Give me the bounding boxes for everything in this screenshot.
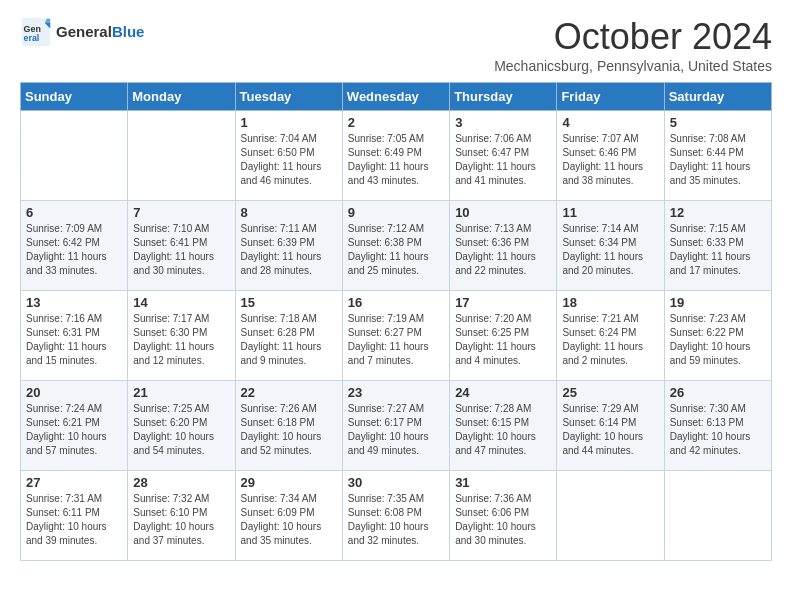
sunset-text: Sunset: 6:31 PM <box>26 327 100 338</box>
daylight-text: Daylight: 10 hours and 59 minutes. <box>670 341 751 366</box>
calendar-cell <box>664 471 771 561</box>
day-info: Sunrise: 7:18 AMSunset: 6:28 PMDaylight:… <box>241 312 337 368</box>
calendar-cell: 26Sunrise: 7:30 AMSunset: 6:13 PMDayligh… <box>664 381 771 471</box>
daylight-text: Daylight: 11 hours and 20 minutes. <box>562 251 643 276</box>
day-number: 13 <box>26 295 122 310</box>
day-number: 6 <box>26 205 122 220</box>
sunrise-text: Sunrise: 7:27 AM <box>348 403 424 414</box>
day-number: 26 <box>670 385 766 400</box>
day-info: Sunrise: 7:16 AMSunset: 6:31 PMDaylight:… <box>26 312 122 368</box>
daylight-text: Daylight: 11 hours and 9 minutes. <box>241 341 322 366</box>
day-number: 15 <box>241 295 337 310</box>
calendar-cell: 15Sunrise: 7:18 AMSunset: 6:28 PMDayligh… <box>235 291 342 381</box>
daylight-text: Daylight: 11 hours and 33 minutes. <box>26 251 107 276</box>
logo-icon: Gen eral <box>20 16 52 48</box>
day-number: 27 <box>26 475 122 490</box>
day-info: Sunrise: 7:06 AMSunset: 6:47 PMDaylight:… <box>455 132 551 188</box>
calendar-cell: 18Sunrise: 7:21 AMSunset: 6:24 PMDayligh… <box>557 291 664 381</box>
calendar-cell: 22Sunrise: 7:26 AMSunset: 6:18 PMDayligh… <box>235 381 342 471</box>
sunrise-text: Sunrise: 7:04 AM <box>241 133 317 144</box>
daylight-text: Daylight: 10 hours and 52 minutes. <box>241 431 322 456</box>
calendar-cell: 23Sunrise: 7:27 AMSunset: 6:17 PMDayligh… <box>342 381 449 471</box>
calendar-cell: 28Sunrise: 7:32 AMSunset: 6:10 PMDayligh… <box>128 471 235 561</box>
day-number: 20 <box>26 385 122 400</box>
sunrise-text: Sunrise: 7:13 AM <box>455 223 531 234</box>
day-number: 11 <box>562 205 658 220</box>
daylight-text: Daylight: 10 hours and 35 minutes. <box>241 521 322 546</box>
day-header-wednesday: Wednesday <box>342 83 449 111</box>
sunrise-text: Sunrise: 7:07 AM <box>562 133 638 144</box>
daylight-text: Daylight: 11 hours and 7 minutes. <box>348 341 429 366</box>
day-info: Sunrise: 7:19 AMSunset: 6:27 PMDaylight:… <box>348 312 444 368</box>
day-number: 28 <box>133 475 229 490</box>
sunrise-text: Sunrise: 7:26 AM <box>241 403 317 414</box>
calendar-cell: 30Sunrise: 7:35 AMSunset: 6:08 PMDayligh… <box>342 471 449 561</box>
calendar-cell: 29Sunrise: 7:34 AMSunset: 6:09 PMDayligh… <box>235 471 342 561</box>
calendar-cell: 5Sunrise: 7:08 AMSunset: 6:44 PMDaylight… <box>664 111 771 201</box>
daylight-text: Daylight: 10 hours and 57 minutes. <box>26 431 107 456</box>
sunrise-text: Sunrise: 7:24 AM <box>26 403 102 414</box>
sunrise-text: Sunrise: 7:08 AM <box>670 133 746 144</box>
day-info: Sunrise: 7:09 AMSunset: 6:42 PMDaylight:… <box>26 222 122 278</box>
day-info: Sunrise: 7:11 AMSunset: 6:39 PMDaylight:… <box>241 222 337 278</box>
sunset-text: Sunset: 6:09 PM <box>241 507 315 518</box>
daylight-text: Daylight: 11 hours and 46 minutes. <box>241 161 322 186</box>
day-number: 22 <box>241 385 337 400</box>
day-info: Sunrise: 7:17 AMSunset: 6:30 PMDaylight:… <box>133 312 229 368</box>
calendar-cell: 11Sunrise: 7:14 AMSunset: 6:34 PMDayligh… <box>557 201 664 291</box>
sunset-text: Sunset: 6:15 PM <box>455 417 529 428</box>
calendar-cell: 6Sunrise: 7:09 AMSunset: 6:42 PMDaylight… <box>21 201 128 291</box>
day-number: 2 <box>348 115 444 130</box>
sunset-text: Sunset: 6:06 PM <box>455 507 529 518</box>
sunrise-text: Sunrise: 7:17 AM <box>133 313 209 324</box>
day-info: Sunrise: 7:31 AMSunset: 6:11 PMDaylight:… <box>26 492 122 548</box>
calendar-cell <box>557 471 664 561</box>
logo-text: GeneralBlue <box>56 24 144 41</box>
calendar-week-2: 6Sunrise: 7:09 AMSunset: 6:42 PMDaylight… <box>21 201 772 291</box>
page-header: Gen eral GeneralBlue October 2024 Mechan… <box>20 16 772 74</box>
sunrise-text: Sunrise: 7:32 AM <box>133 493 209 504</box>
calendar-cell: 10Sunrise: 7:13 AMSunset: 6:36 PMDayligh… <box>450 201 557 291</box>
daylight-text: Daylight: 11 hours and 22 minutes. <box>455 251 536 276</box>
sunset-text: Sunset: 6:34 PM <box>562 237 636 248</box>
sunrise-text: Sunrise: 7:28 AM <box>455 403 531 414</box>
calendar-cell: 19Sunrise: 7:23 AMSunset: 6:22 PMDayligh… <box>664 291 771 381</box>
day-info: Sunrise: 7:24 AMSunset: 6:21 PMDaylight:… <box>26 402 122 458</box>
calendar-cell: 25Sunrise: 7:29 AMSunset: 6:14 PMDayligh… <box>557 381 664 471</box>
calendar-cell: 14Sunrise: 7:17 AMSunset: 6:30 PMDayligh… <box>128 291 235 381</box>
logo: Gen eral GeneralBlue <box>20 16 144 48</box>
sunrise-text: Sunrise: 7:18 AM <box>241 313 317 324</box>
month-title: October 2024 <box>494 16 772 58</box>
day-number: 25 <box>562 385 658 400</box>
day-number: 14 <box>133 295 229 310</box>
day-header-sunday: Sunday <box>21 83 128 111</box>
daylight-text: Daylight: 10 hours and 39 minutes. <box>26 521 107 546</box>
sunset-text: Sunset: 6:21 PM <box>26 417 100 428</box>
sunrise-text: Sunrise: 7:12 AM <box>348 223 424 234</box>
sunset-text: Sunset: 6:27 PM <box>348 327 422 338</box>
day-info: Sunrise: 7:36 AMSunset: 6:06 PMDaylight:… <box>455 492 551 548</box>
day-info: Sunrise: 7:12 AMSunset: 6:38 PMDaylight:… <box>348 222 444 278</box>
calendar-cell: 2Sunrise: 7:05 AMSunset: 6:49 PMDaylight… <box>342 111 449 201</box>
calendar-week-4: 20Sunrise: 7:24 AMSunset: 6:21 PMDayligh… <box>21 381 772 471</box>
day-number: 5 <box>670 115 766 130</box>
logo-general: General <box>56 23 112 40</box>
day-number: 9 <box>348 205 444 220</box>
sunrise-text: Sunrise: 7:25 AM <box>133 403 209 414</box>
day-header-tuesday: Tuesday <box>235 83 342 111</box>
sunrise-text: Sunrise: 7:30 AM <box>670 403 746 414</box>
daylight-text: Daylight: 11 hours and 2 minutes. <box>562 341 643 366</box>
sunrise-text: Sunrise: 7:31 AM <box>26 493 102 504</box>
day-header-friday: Friday <box>557 83 664 111</box>
calendar-cell: 16Sunrise: 7:19 AMSunset: 6:27 PMDayligh… <box>342 291 449 381</box>
sunset-text: Sunset: 6:18 PM <box>241 417 315 428</box>
sunrise-text: Sunrise: 7:16 AM <box>26 313 102 324</box>
calendar-cell: 7Sunrise: 7:10 AMSunset: 6:41 PMDaylight… <box>128 201 235 291</box>
day-number: 8 <box>241 205 337 220</box>
sunset-text: Sunset: 6:25 PM <box>455 327 529 338</box>
sunset-text: Sunset: 6:46 PM <box>562 147 636 158</box>
day-number: 19 <box>670 295 766 310</box>
calendar-cell <box>21 111 128 201</box>
day-number: 12 <box>670 205 766 220</box>
sunrise-text: Sunrise: 7:15 AM <box>670 223 746 234</box>
